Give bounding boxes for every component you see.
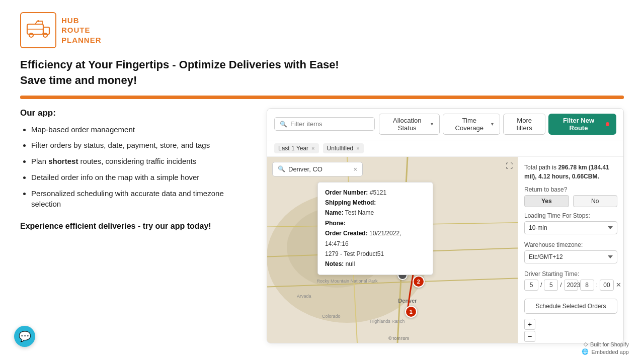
shopify-icon: ◇ — [584, 341, 588, 347]
map-tooltip: Order Number: #5121 Shipping Method: Nam… — [317, 182, 433, 275]
orange-divider — [20, 96, 624, 99]
logo-box — [20, 12, 56, 48]
map-pin-1[interactable]: 1 — [405, 306, 417, 318]
driver-time-day[interactable]: 5 — [544, 280, 558, 291]
filter-new-route-button[interactable]: Filter New Route — [548, 114, 616, 135]
app-panel: 🔍 Allocation Status ▾ Time Coverage ▾ Mo… — [267, 108, 624, 343]
yes-button[interactable]: Yes — [524, 195, 569, 207]
driver-time-month[interactable]: 5 — [524, 280, 538, 291]
svg-text:Rocky Mountain National Park: Rocky Mountain National Park — [316, 279, 378, 284]
warehouse-timezone-select[interactable]: Etc/GMT+12 — [524, 250, 617, 263]
filter-buttons: Allocation Status ▾ Time Coverage ▾ More… — [379, 114, 616, 135]
footer: ◇ Built for Shopify 🌐 Embedded app — [582, 341, 629, 356]
driver-time-year[interactable]: 2023 — [564, 280, 578, 291]
chip-close-icon[interactable]: × — [356, 145, 359, 151]
map-search-close-icon[interactable]: × — [353, 165, 357, 173]
zoom-out-button[interactable]: − — [524, 331, 535, 342]
tooltip-shipping: Shipping Method: — [325, 198, 426, 208]
footer-shopify-line: ◇ Built for Shopify — [582, 341, 629, 347]
footer-embedded-line: 🌐 Embedded app — [582, 348, 629, 355]
tomtom-credit: ©TomTom — [388, 336, 409, 341]
left-column: Our app: Map-based order management Filt… — [20, 108, 252, 239]
list-item: Detailed order info on the map with a si… — [31, 172, 252, 183]
logo-text: HUB ROUTE PLANNER — [61, 16, 102, 45]
logo-area: HUB ROUTE PLANNER — [20, 12, 624, 48]
tooltip-product: 1279 - Test Product51 — [325, 249, 426, 259]
content-row: Our app: Map-based order management Filt… — [20, 108, 624, 343]
built-for-shopify-text: Built for Shopify — [590, 341, 629, 347]
map-section: Cheyenne Rocky Mountain National Park De… — [267, 157, 623, 343]
cta-text: Experience efficient deliveries - try ou… — [20, 221, 252, 232]
chat-icon: 💬 — [19, 330, 31, 342]
right-sidebar: Total path is 296.78 km (184.41 mil), 4.… — [518, 157, 623, 343]
map-search-value: Denver, CO — [288, 165, 323, 173]
feature-list: Map-based order management Filter orders… — [20, 124, 252, 210]
list-item: Personalized scheduling with accurate da… — [31, 188, 252, 210]
page: HUB ROUTE PLANNER Efficiency at Your Fin… — [0, 0, 644, 362]
chevron-down-icon: ▾ — [491, 121, 494, 127]
zoom-controls: + − ⊕ — [524, 319, 617, 343]
svg-text:Denver: Denver — [398, 298, 417, 304]
expand-icon[interactable]: ⛶ — [506, 162, 513, 170]
driver-time-hour[interactable]: 8 — [580, 280, 594, 291]
map-area[interactable]: Cheyenne Rocky Mountain National Park De… — [267, 157, 518, 343]
chip-label: Unfulfilled — [327, 145, 354, 152]
embedded-app-text: Embedded app — [591, 349, 629, 355]
search-box[interactable]: 🔍 — [274, 117, 375, 131]
driver-starting-time-label: Driver Starting Time: — [524, 270, 617, 278]
chip-unfulfilled: Unfulfilled × — [323, 143, 364, 153]
search-input[interactable] — [290, 120, 361, 128]
map-search-bar[interactable]: 🔍 Denver, CO × — [272, 162, 363, 176]
no-button[interactable]: No — [573, 195, 618, 207]
tooltip-order-created: Order Created: 10/21/2022, 14:47:16 — [325, 228, 426, 249]
tooltip-phone: Phone: — [325, 218, 426, 228]
driver-time-min[interactable]: 00 — [600, 280, 614, 291]
schedule-selected-orders-button[interactable]: Schedule Selected Orders — [524, 299, 617, 314]
chat-button[interactable]: 💬 — [14, 326, 35, 347]
svg-text:Arvada: Arvada — [297, 294, 311, 299]
loading-time-select[interactable]: 10-min — [524, 221, 617, 234]
tooltip-name: Name: Test Name — [325, 208, 426, 218]
warehouse-tz-label: Warehouse timezone: — [524, 241, 617, 248]
search-icon: 🔍 — [280, 121, 287, 128]
chevron-down-icon: ▾ — [431, 121, 433, 127]
app-toolbar: 🔍 Allocation Status ▾ Time Coverage ▾ Mo… — [267, 109, 623, 140]
sidebar-return-base-label: Return to base? — [524, 186, 617, 193]
allocation-status-button[interactable]: Allocation Status ▾ — [379, 114, 440, 135]
chip-close-icon[interactable]: × — [311, 145, 314, 151]
logo-icon — [25, 17, 51, 43]
return-base-row: Yes No — [524, 195, 617, 207]
map-search-icon: 🔍 — [278, 165, 285, 172]
list-item: Filter orders by status, date, payment, … — [31, 140, 252, 151]
chip-label: Last 1 Year — [278, 145, 308, 152]
headline: Efficiency at Your Fingertips - Optimize… — [20, 57, 624, 88]
list-item: Map-based order management — [31, 124, 252, 135]
svg-point-5 — [37, 20, 39, 22]
driver-time-row: 5 / 5 / 2023 8 : 00 ✕ ☐ + — [524, 280, 617, 291]
our-app-label: Our app: — [20, 108, 252, 118]
more-filters-button[interactable]: More filters — [503, 114, 545, 135]
loading-time-label: Loading Time For Stops: — [524, 212, 617, 219]
time-coverage-button[interactable]: Time Coverage ▾ — [443, 114, 500, 135]
dot-indicator — [606, 122, 609, 126]
filter-chips: Last 1 Year × Unfulfilled × — [267, 140, 623, 157]
svg-text:Colorado: Colorado — [322, 314, 341, 319]
allocation-status-label: Allocation Status — [385, 117, 429, 132]
chip-last-year: Last 1 Year × — [274, 143, 319, 153]
svg-text:Highlands Ranch: Highlands Ranch — [370, 319, 405, 324]
clear-time-icon[interactable]: ✕ — [616, 281, 621, 289]
embedded-icon: 🌐 — [582, 348, 589, 355]
sidebar-total-path: Total path is 296.78 km (184.41 mil), 4.… — [524, 163, 617, 181]
zoom-in-button[interactable]: + — [524, 319, 535, 330]
tooltip-notes: Notes: null — [325, 259, 426, 269]
time-coverage-label: Time Coverage — [449, 117, 489, 132]
list-item: Plan shortest routes, considering traffi… — [31, 156, 252, 167]
tooltip-order-number: Order Number: #5121 — [325, 188, 426, 198]
